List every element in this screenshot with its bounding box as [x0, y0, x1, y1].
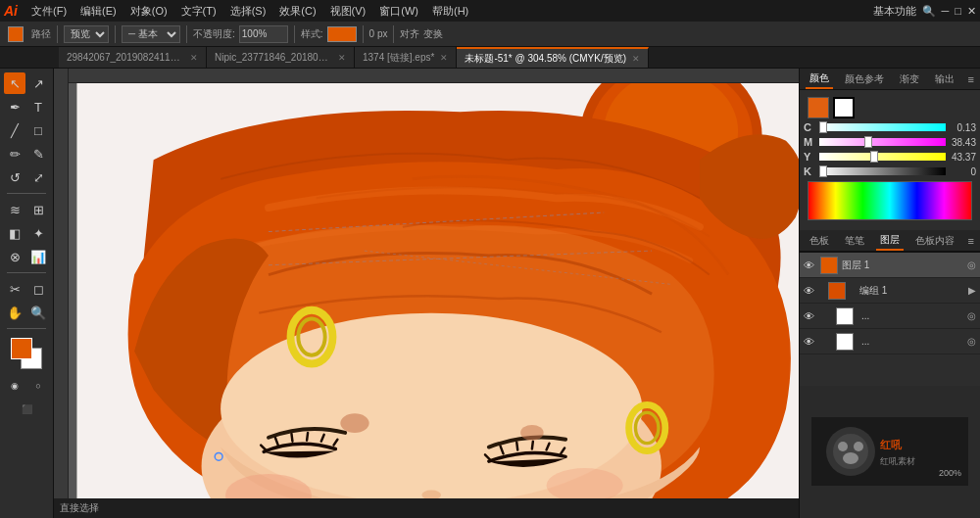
tool-row-5: ↺ ⤢ — [4, 166, 49, 188]
line-tool[interactable]: ╱ — [4, 119, 25, 141]
minimize-icon[interactable]: ─ — [942, 5, 950, 17]
layer-item-1[interactable]: 👁 编组 1 ▶ — [800, 278, 980, 304]
stroke-select[interactable]: ─ 基本 — [122, 25, 180, 43]
y-slider[interactable] — [819, 153, 946, 161]
menu-edit[interactable]: 编辑(E) — [74, 2, 122, 21]
fill-color[interactable] — [8, 26, 24, 42]
fullscreen-btn[interactable]: ⬛ — [16, 399, 37, 420]
warp-tool[interactable]: ≋ — [4, 199, 25, 220]
toolbar: 路径 预览 轮廓 ─ 基本 不透明度: 100% 样式: 0 px 对齐 变换 — [0, 22, 980, 47]
scale-tool[interactable]: ⤢ — [27, 166, 49, 188]
layer-3-lock[interactable]: ◎ — [967, 336, 976, 347]
swatches-content-tab[interactable]: 色板内容 — [911, 232, 958, 250]
menu-object[interactable]: 对象(O) — [124, 2, 173, 21]
tab-0-close[interactable]: ✕ — [190, 53, 198, 63]
svg-point-21 — [340, 413, 368, 433]
menu-view[interactable]: 视图(V) — [324, 2, 372, 21]
direct-select-tool[interactable]: ↗ — [27, 72, 49, 94]
layer-item-0[interactable]: 👁 图层 1 ◎ — [800, 253, 980, 278]
svg-point-35 — [854, 442, 863, 451]
k-value: 0 — [950, 166, 976, 177]
output-tab[interactable]: 输出 — [931, 71, 958, 88]
paintbrush-tool[interactable]: ✏ — [4, 143, 25, 165]
color-wells[interactable] — [11, 338, 42, 369]
foreground-color-well[interactable] — [11, 338, 32, 359]
layers-tab[interactable]: 图层 — [876, 231, 904, 251]
scissors-tool[interactable]: ✂ — [4, 278, 25, 300]
menu-text[interactable]: 文字(T) — [175, 2, 222, 21]
svg-text:红吼素材: 红吼素材 — [880, 456, 915, 466]
menu-help[interactable]: 帮助(H) — [426, 2, 474, 21]
mesh-tool[interactable]: ⊞ — [27, 199, 49, 220]
path-label: 路径 — [31, 27, 51, 41]
swatches-tab[interactable]: 色板 — [806, 232, 833, 250]
layer-2-eye[interactable]: 👁 — [804, 310, 814, 322]
normal-mode[interactable]: ◉ — [4, 375, 25, 397]
artwork-canvas[interactable] — [69, 83, 799, 514]
tab-2[interactable]: 1374 [链接].eps* ✕ — [355, 47, 457, 68]
screen-mode[interactable]: ○ — [27, 375, 49, 397]
brushes-tab[interactable]: 笔笔 — [841, 232, 868, 250]
menu-window[interactable]: 窗口(W) — [373, 2, 424, 21]
layer-item-3[interactable]: 👁 ... ◎ — [800, 329, 980, 354]
close-icon[interactable]: ✕ — [967, 5, 976, 18]
y-label: Y — [804, 151, 815, 163]
pencil-tool[interactable]: ✎ — [27, 143, 49, 165]
rect-tool[interactable]: □ — [27, 119, 49, 141]
fill-preview[interactable] — [808, 97, 829, 118]
color-reference-tab[interactable]: 颜色参考 — [841, 71, 888, 88]
layer-3-eye[interactable]: 👁 — [804, 336, 814, 348]
gradient-tab[interactable]: 渐变 — [896, 71, 923, 88]
eyedropper-tool[interactable]: ✦ — [27, 222, 49, 244]
stroke-preview[interactable] — [833, 97, 855, 118]
menu-effect[interactable]: 效果(C) — [273, 2, 321, 21]
search-icon[interactable]: 🔍 — [922, 5, 936, 18]
tab-1-close[interactable]: ✕ — [338, 53, 346, 63]
opacity-input[interactable]: 100% — [239, 25, 288, 43]
c-slider[interactable] — [819, 123, 946, 131]
layer-2-lock[interactable]: ◎ — [967, 310, 976, 321]
toolbar-sep-4 — [294, 25, 295, 43]
color-spectrum[interactable] — [808, 181, 972, 220]
tab-1[interactable]: Nipic_23771846_201805041502352680088.ai*… — [207, 47, 355, 68]
y-row: Y 43.37 — [804, 151, 976, 163]
m-slider[interactable] — [819, 138, 946, 146]
layer-3-name: ... — [861, 336, 869, 347]
layer-2-thumb — [836, 307, 854, 325]
layer-0-lock[interactable]: ◎ — [967, 259, 976, 270]
maximize-icon[interactable]: □ — [955, 5, 961, 17]
tab-3-close[interactable]: ✕ — [632, 54, 640, 64]
select-tool[interactable]: ↖ — [4, 72, 25, 94]
stroke-color-swatch[interactable] — [4, 24, 27, 44]
blend-tool[interactable]: ⊗ — [4, 246, 25, 267]
layer-1-eye[interactable]: 👁 — [804, 285, 814, 297]
menu-file[interactable]: 文件(F) — [25, 2, 73, 21]
tab-2-close[interactable]: ✕ — [440, 53, 448, 63]
style-swatch[interactable] — [327, 26, 357, 42]
panel-menu-icon[interactable]: ≡ — [968, 73, 974, 85]
layer-item-2[interactable]: 👁 ... ◎ — [800, 304, 980, 329]
zoom-tool[interactable]: 🔍 — [27, 302, 49, 323]
toolbar-sep-1 — [57, 25, 58, 43]
canvas-area[interactable]: 直接选择 — [54, 69, 799, 518]
pen-tool[interactable]: ✒ — [4, 96, 25, 118]
gradient-tool[interactable]: ◧ — [4, 222, 25, 244]
layers-menu-icon[interactable]: ≡ — [968, 235, 974, 247]
eraser-tool[interactable]: ◻ — [27, 278, 49, 300]
chart-tool[interactable]: 📊 — [27, 246, 49, 267]
menu-select[interactable]: 选择(S) — [224, 2, 272, 21]
ruler-horizontal — [54, 69, 799, 83]
k-slider[interactable] — [819, 167, 946, 175]
layer-0-eye[interactable]: 👁 — [804, 259, 814, 271]
rotate-tool[interactable]: ↺ — [4, 166, 25, 188]
view-select[interactable]: 预览 轮廓 — [64, 25, 109, 43]
color-tab[interactable]: 颜色 — [806, 70, 833, 89]
tab-3[interactable]: 未标题-51* @ 304.58% (CMYK/预览) ✕ — [457, 47, 649, 68]
app-logo: Ai — [4, 3, 18, 19]
type-tool[interactable]: T — [27, 96, 49, 118]
hand-tool[interactable]: ✋ — [4, 302, 25, 323]
layer-1-arrow[interactable]: ▶ — [968, 285, 976, 296]
color-panel: 颜色 颜色参考 渐变 输出 ≡ C 0.13 — [800, 69, 980, 228]
tool-row-6: ≋ ⊞ — [4, 199, 49, 220]
tab-0[interactable]: 29842067_201908241118185540000.ai* ✕ — [59, 47, 207, 68]
